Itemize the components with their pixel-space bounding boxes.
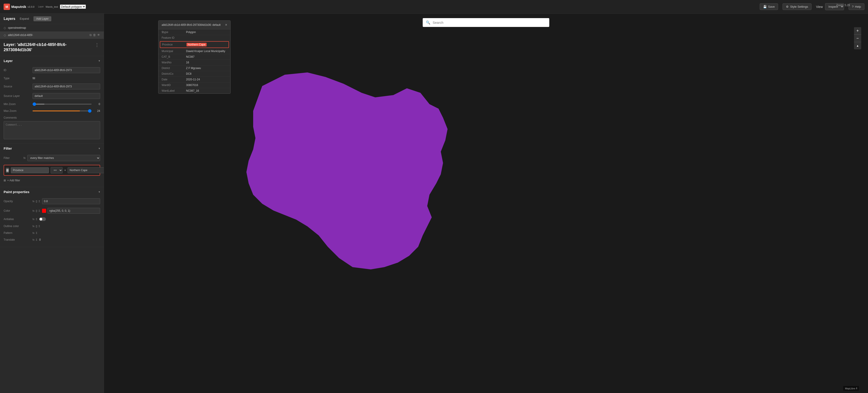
sigma-icon: Σ xyxy=(39,200,40,203)
filter-panel-content: Filter fx every filter matches 🗑 == ▾ ⊞ … xyxy=(0,153,104,187)
popup-val: Polygon xyxy=(186,31,196,34)
copy-icon[interactable]: ⧉ xyxy=(90,33,92,37)
topbar: M Maputnik v2.0.0 Layer Wards_test Defau… xyxy=(0,0,868,13)
type-row: Type fill xyxy=(4,75,100,82)
zoom-controls: + − ▲ xyxy=(854,27,861,49)
color-swatch[interactable] xyxy=(42,209,46,213)
layer-item-name: openstreetmap xyxy=(8,26,100,29)
search-bar: 🔍 xyxy=(423,18,549,27)
popup-province-row: Province Northern Cape xyxy=(160,41,229,48)
source-layer-input[interactable] xyxy=(33,93,100,99)
outline-color-label: Outline color xyxy=(4,225,31,228)
filter-section: Filter ▾ Filter fx every filter matches … xyxy=(0,144,104,187)
comments-row: Comments xyxy=(4,114,100,121)
add-layer-button[interactable]: Add Layer xyxy=(33,16,51,21)
outline-color-icons: fx [] Σ xyxy=(33,225,40,227)
sigma-icon: Σ xyxy=(36,238,37,241)
map-area[interactable]: 🔍 a8d1264f-cb1d-485f-8fc6-2973084d1b36: … xyxy=(104,13,868,393)
translate-value: 0 xyxy=(39,238,41,241)
logo-icon: M xyxy=(4,4,10,10)
color-label: Color xyxy=(4,209,31,212)
three-dot-menu-button[interactable]: ⋮ xyxy=(94,42,100,48)
list-item[interactable]: ◇ a8d1264f-cb1d-485f- ⧉ 🗑 👁 xyxy=(0,31,104,39)
add-filter-button[interactable]: ⊞ + Add filter xyxy=(4,177,20,184)
pattern-row: Pattern fx Σ xyxy=(4,229,100,236)
paint-section-title: Paint properties xyxy=(4,190,29,194)
popup-key: CAT_B xyxy=(162,55,184,58)
popup-val: Z F Mgcawu xyxy=(186,66,201,70)
filter-type-row: Filter fx every filter matches xyxy=(4,153,100,163)
popup-key: DistrictCo xyxy=(162,72,184,75)
popup-province-val: Northern Cape xyxy=(186,43,207,47)
type-value: fill xyxy=(33,77,100,80)
paint-panel-header[interactable]: Paint properties ▾ xyxy=(0,187,104,196)
filter-operator-select[interactable]: == xyxy=(51,167,63,173)
filter-type-select[interactable]: every filter matches xyxy=(27,155,100,161)
layer-panel-header[interactable]: Layer ▾ xyxy=(0,56,104,65)
max-zoom-slider[interactable] xyxy=(33,110,92,111)
popup-wardid-row: WardID 30807016 xyxy=(158,82,230,88)
layer-actions: ⧉ 🗑 👁 xyxy=(90,33,100,37)
list-item[interactable]: ◇ openstreetmap xyxy=(0,24,104,31)
save-button[interactable]: 💾 Save xyxy=(760,3,778,10)
chevron-down-icon: ▾ xyxy=(98,59,100,62)
filter-delete-button[interactable]: 🗑 xyxy=(6,168,9,173)
array-icon: [] xyxy=(36,225,37,227)
type-label: Type xyxy=(4,77,31,80)
min-zoom-slider[interactable] xyxy=(33,104,92,105)
sigma-icon: Σ xyxy=(39,225,40,227)
layer-type-select[interactable]: Default polygon xyxy=(60,4,86,9)
filter-panel-header[interactable]: Filter ▾ xyxy=(0,144,104,153)
zoom-out-button[interactable]: − xyxy=(854,35,861,42)
popup-key: District xyxy=(162,66,184,70)
filter-value-input[interactable] xyxy=(68,167,104,173)
info-icon: ℹ xyxy=(856,387,857,390)
antialias-toggle[interactable] xyxy=(39,217,46,221)
popup-close-button[interactable]: × xyxy=(225,23,227,27)
layers-title: Layers xyxy=(4,17,16,21)
id-input[interactable] xyxy=(33,67,100,73)
popup-title: a8d1264f-cb1d-485f-8fc6-2973084d1b36: de… xyxy=(162,23,221,27)
sigma-icon: Σ xyxy=(39,209,40,212)
delete-icon[interactable]: 🗑 xyxy=(93,33,96,37)
min-zoom-row: Min Zoom 0 xyxy=(4,101,100,108)
antialias-row: Antialias fx Σ xyxy=(4,216,100,223)
antialias-icons: fx Σ xyxy=(33,218,37,221)
popup-header: a8d1264f-cb1d-485f-8fc6-2973084d1b36: de… xyxy=(158,21,230,29)
visible-icon[interactable]: 👁 xyxy=(97,33,100,37)
fx-icon: fx xyxy=(33,238,35,241)
zoom-in-button[interactable]: + xyxy=(854,27,861,34)
save-icon: 💾 xyxy=(763,5,767,8)
opacity-row: Opacity fx [] Σ xyxy=(4,196,100,206)
layer-info: Layer Wards_test Default polygon xyxy=(38,4,86,9)
filter-field-input[interactable] xyxy=(11,167,49,173)
color-input-row xyxy=(42,208,100,214)
help-button[interactable]: ? Help xyxy=(848,3,864,10)
zoom-reset-button[interactable]: ▲ xyxy=(854,42,861,49)
expand-button[interactable]: Expand xyxy=(18,16,31,21)
chevron-down-icon: ▾ xyxy=(64,169,66,172)
array-icon: [] xyxy=(36,209,37,212)
source-input[interactable] xyxy=(33,84,100,89)
popup-key: WardID xyxy=(162,84,184,87)
popup-val: DC8 xyxy=(186,72,191,75)
layer-panel-content: ID Type fill Source Source Layer Min Zoo… xyxy=(0,65,104,143)
layer-list: ◇ openstreetmap ◇ a8d1264f-cb1d-485f- ⧉ … xyxy=(0,24,104,39)
max-zoom-label: Max Zoom xyxy=(4,109,31,113)
help-icon: ? xyxy=(852,5,854,8)
popup-wardno-row: WardNo 16 xyxy=(158,60,230,65)
filter-label: Filter xyxy=(4,157,22,160)
popup-val: NC087_16 xyxy=(186,89,199,92)
app-name: Maputnik xyxy=(11,5,26,9)
style-settings-button[interactable]: ⚙ Style Settings xyxy=(782,3,811,10)
search-input[interactable] xyxy=(433,21,546,24)
sidebar: Layers Expand Add Layer ◇ openstreetmap … xyxy=(0,13,104,393)
max-zoom-value: 24 xyxy=(93,109,100,113)
min-zoom-value: 0 xyxy=(93,103,100,106)
popup-feature-id-row: Feature ID xyxy=(158,35,230,41)
color-input[interactable] xyxy=(48,208,100,214)
opacity-input[interactable] xyxy=(42,198,100,204)
maplibre-label: MapLibre xyxy=(845,387,855,390)
comments-textarea[interactable] xyxy=(4,121,100,139)
paint-section: Paint properties ▾ Opacity fx [] Σ Color… xyxy=(0,187,104,247)
